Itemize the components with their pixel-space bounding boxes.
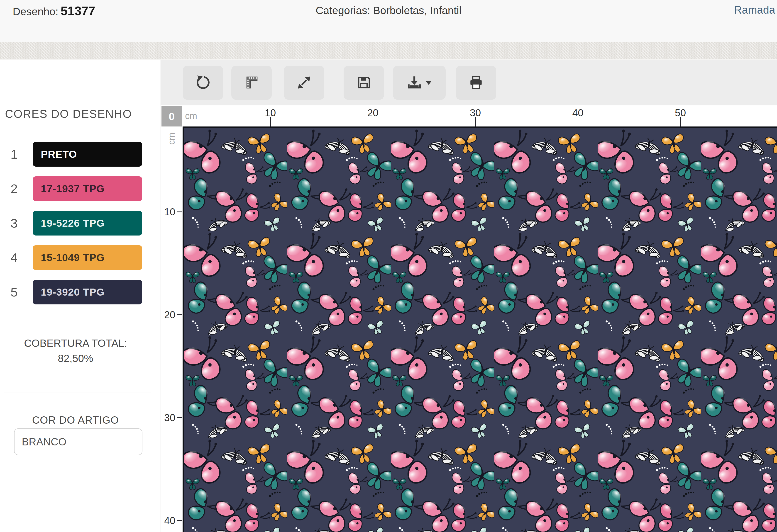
save-icon xyxy=(356,75,371,91)
color-swatch-15-1049[interactable]: 15-1049 TPG xyxy=(33,245,142,270)
pattern-canvas[interactable] xyxy=(183,126,777,532)
print-icon xyxy=(468,75,483,91)
color-index: 4 xyxy=(6,245,22,270)
article-color-label: COR DO ARTIGO xyxy=(0,414,151,426)
color-row: 4 15-1049 TPG xyxy=(0,245,160,270)
color-row: 5 19-3920 TPG xyxy=(0,280,160,304)
sidebar-title: CORES DO DESENHO xyxy=(5,108,155,121)
expand-icon xyxy=(297,75,312,91)
color-row: 1 PRETO xyxy=(0,142,160,167)
coverage-total: COBERTURA TOTAL: 82,50% xyxy=(0,336,151,366)
article-color-input[interactable] xyxy=(14,428,142,455)
ruler-origin: 0 xyxy=(161,106,182,126)
preview-area: 0 cm 10 20 30 40 50 60 cm 10 20 30 40 xyxy=(160,60,777,532)
rotate-button[interactable] xyxy=(183,66,223,100)
download-button[interactable] xyxy=(393,66,446,100)
color-index: 1 xyxy=(6,142,22,167)
print-button[interactable] xyxy=(456,66,496,100)
coverage-value: 82,50% xyxy=(0,351,151,366)
butterfly-pattern xyxy=(184,128,777,532)
horizontal-ruler: 0 cm 10 20 30 40 50 60 xyxy=(160,105,777,126)
color-index: 5 xyxy=(6,280,22,304)
ruler-icon xyxy=(244,75,259,91)
color-swatch-preto[interactable]: PRETO xyxy=(33,142,142,167)
color-swatch-17-1937[interactable]: 17-1937 TPG xyxy=(33,176,142,201)
color-row: 2 17-1937 TPG xyxy=(0,176,160,201)
ruler-button[interactable] xyxy=(231,66,272,100)
ruler-unit-vertical: cm xyxy=(162,132,181,145)
vertical-ruler: cm 10 20 30 40 xyxy=(160,126,183,532)
color-swatch-19-5226[interactable]: 19-5226 TPG xyxy=(33,211,142,236)
header-bar: Desenho:51377 Categorias: Borboletas, In… xyxy=(0,0,777,42)
coverage-label: COBERTURA TOTAL: xyxy=(0,336,151,351)
expand-button[interactable] xyxy=(284,66,324,100)
rotate-icon xyxy=(196,75,211,91)
brand-link[interactable]: Ramada xyxy=(734,4,775,16)
save-button[interactable] xyxy=(344,66,384,100)
color-row: 3 19-5226 TPG xyxy=(0,211,160,236)
texture-divider-band xyxy=(0,42,777,59)
sidebar-divider xyxy=(4,393,151,393)
categories-text: Categorias: Borboletas, Infantil xyxy=(0,4,777,17)
colors-sidebar: CORES DO DESENHO 1 PRETO 2 17-1937 TPG 3… xyxy=(0,60,160,532)
download-icon xyxy=(407,75,422,91)
color-index: 2 xyxy=(6,176,22,201)
color-index: 3 xyxy=(6,211,22,236)
ruler-unit-horizontal: cm xyxy=(185,111,197,121)
color-swatch-19-3920[interactable]: 19-3920 TPG xyxy=(33,280,142,304)
download-menu-caret-icon xyxy=(426,81,432,85)
